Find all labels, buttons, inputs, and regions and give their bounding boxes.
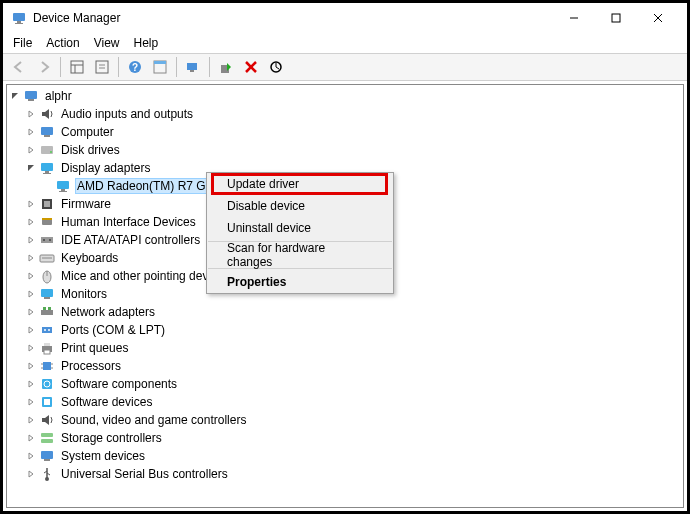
mouse-icon [39,268,55,284]
audio-icon [39,106,55,122]
tree-root[interactable]: alphr [7,87,683,105]
menu-action[interactable]: Action [40,35,85,51]
menu-view[interactable]: View [88,35,126,51]
expand-icon[interactable] [25,288,37,300]
svg-rect-56 [44,350,50,354]
tree-panel[interactable]: alphr Audio inputs and outputs Computer … [6,84,684,508]
expand-icon[interactable] [25,306,37,318]
expand-icon[interactable] [25,468,37,480]
tree-item[interactable]: Universal Serial Bus controllers [7,465,683,483]
svg-rect-48 [41,310,53,315]
tree-item-label: Keyboards [59,251,120,265]
enable-button[interactable] [214,55,238,79]
svg-rect-68 [41,451,53,459]
svg-point-70 [45,477,49,481]
expand-icon[interactable] [25,432,37,444]
expand-icon[interactable] [25,216,37,228]
expand-icon[interactable] [25,324,37,336]
svg-rect-69 [44,459,50,461]
svg-rect-47 [44,297,50,299]
minimize-button[interactable] [553,4,595,32]
svg-rect-26 [44,135,50,137]
help-button[interactable]: ? [123,55,147,79]
forward-button[interactable] [32,55,56,79]
expand-icon[interactable] [25,414,37,426]
ctx-properties[interactable]: Properties [207,271,393,293]
svg-rect-38 [42,218,52,220]
tree-item[interactable]: Processors [7,357,683,375]
maximize-button[interactable] [595,4,637,32]
svg-rect-65 [44,399,50,405]
tree-item-label: Firmware [59,197,113,211]
tree-item-label: Storage controllers [59,431,164,445]
svg-rect-16 [154,61,166,64]
tree-item-label: Network adapters [59,305,157,319]
scan-hardware-button[interactable] [181,55,205,79]
root-label: alphr [43,89,74,103]
expand-icon[interactable] [25,378,37,390]
computer-icon [23,88,39,104]
ctx-scan-hardware[interactable]: Scan for hardware changes [207,244,393,266]
svg-point-40 [43,239,45,241]
tree-item[interactable]: Network adapters [7,303,683,321]
tree-item[interactable]: Audio inputs and outputs [7,105,683,123]
svg-rect-25 [41,127,53,135]
show-hide-tree-button[interactable] [65,55,89,79]
expand-icon[interactable] [25,198,37,210]
titlebar[interactable]: Device Manager [3,3,687,33]
properties-button[interactable] [90,55,114,79]
svg-rect-33 [61,189,65,191]
tree-item[interactable]: Sound, video and game controllers [7,411,683,429]
tree-item[interactable]: System devices [7,447,683,465]
expand-icon[interactable] [25,342,37,354]
monitor-icon [39,286,55,302]
swdev-icon [39,394,55,410]
menu-file[interactable]: File [7,35,38,51]
menu-help[interactable]: Help [128,35,165,51]
expand-icon[interactable] [25,396,37,408]
svg-rect-36 [44,201,50,207]
tree-item[interactable]: Software devices [7,393,683,411]
expand-icon[interactable] [25,126,37,138]
tree-item[interactable]: Software components [7,375,683,393]
svg-point-28 [50,151,52,153]
tree-item-label: Software devices [59,395,154,409]
tree-item[interactable]: Disk drives [7,141,683,159]
context-menu: Update driver Disable device Uninstall d… [206,172,394,294]
tree-item-label: Ports (COM & LPT) [59,323,167,337]
tree-item-label: Disk drives [59,143,122,157]
toolbar: ? [3,53,687,81]
expand-icon[interactable] [25,144,37,156]
collapse-icon[interactable] [25,162,37,174]
svg-rect-10 [96,61,108,73]
expand-icon[interactable] [25,108,37,120]
expand-icon[interactable] [25,234,37,246]
expand-icon[interactable] [25,252,37,264]
action-button[interactable] [148,55,172,79]
cpu-icon [39,358,55,374]
expand-icon[interactable] [25,360,37,372]
ctx-disable-device[interactable]: Disable device [207,195,393,217]
window-title: Device Manager [33,11,553,25]
update-driver-button[interactable] [264,55,288,79]
svg-rect-66 [41,433,53,437]
tree-item[interactable]: Storage controllers [7,429,683,447]
tree-item[interactable]: Ports (COM & LPT) [7,321,683,339]
keyboard-icon [39,250,55,266]
svg-rect-23 [25,91,37,99]
close-button[interactable] [637,4,679,32]
ctx-update-driver[interactable]: Update driver [207,173,393,195]
uninstall-button[interactable] [239,55,263,79]
back-button[interactable] [7,55,31,79]
printer-icon [39,340,55,356]
svg-rect-24 [28,99,34,101]
tree-item[interactable]: Print queues [7,339,683,357]
ctx-uninstall-device[interactable]: Uninstall device [207,217,393,239]
expand-icon[interactable] [25,270,37,282]
tree-item[interactable]: Computer [7,123,683,141]
svg-text:?: ? [132,62,138,73]
svg-point-53 [48,329,50,331]
port-icon [39,322,55,338]
collapse-icon[interactable] [9,90,21,102]
expand-icon[interactable] [25,450,37,462]
